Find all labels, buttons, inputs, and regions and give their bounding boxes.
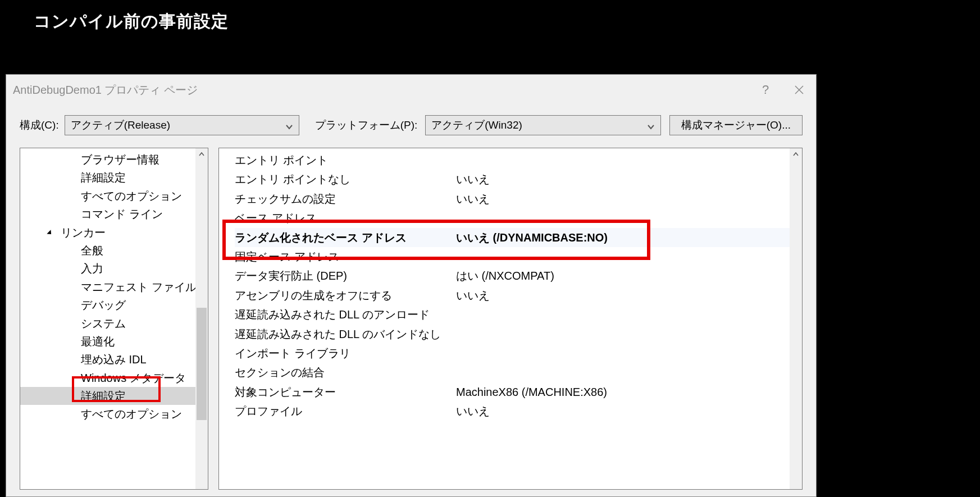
- tree-item[interactable]: 全般: [20, 241, 208, 259]
- property-row[interactable]: 対象コンピューターMachineX86 (/MACHINE:X86): [235, 382, 802, 402]
- property-label: 対象コンピューター: [235, 382, 456, 402]
- platform-label: プラットフォーム(P):: [315, 118, 418, 133]
- property-row[interactable]: ベース アドレス: [235, 208, 802, 227]
- property-row[interactable]: 遅延読み込みされた DLL のバインドなし: [235, 325, 802, 344]
- property-value: [456, 344, 802, 363]
- property-value: いいえ: [456, 286, 802, 305]
- property-row[interactable]: 遅延読み込みされた DLL のアンロード: [235, 305, 802, 324]
- property-value: いいえ: [456, 170, 802, 189]
- category-tree-panel: ブラウザー情報詳細設定すべてのオプションコマンド ラインリンカー全般入力マニフェ…: [20, 148, 208, 490]
- toolbar: 構成(C): アクティブ(Release) プラットフォーム(P): アクティブ…: [6, 105, 816, 148]
- tree-item[interactable]: コマンド ライン: [20, 205, 208, 223]
- property-row[interactable]: 固定ベース アドレス: [235, 247, 802, 266]
- property-label: プロファイル: [235, 402, 456, 421]
- property-row[interactable]: エントリ ポイント: [235, 151, 802, 170]
- configuration-value: アクティブ(Release): [71, 118, 170, 133]
- tree-item[interactable]: 最適化: [20, 332, 208, 350]
- tree-node-linker[interactable]: リンカー: [20, 224, 208, 241]
- property-row[interactable]: ランダム化されたベース アドレスいいえ (/DYNAMICBASE:NO): [235, 228, 802, 247]
- properties-panel: エントリ ポイントエントリ ポイントなしいいえチェックサムの設定いいえベース ア…: [218, 148, 803, 490]
- property-label: 遅延読み込みされた DLL のバインドなし: [235, 325, 456, 344]
- titlebar: AntiDebugDemo1 プロパティ ページ ?: [6, 75, 816, 105]
- configuration-label: 構成(C):: [20, 118, 59, 133]
- property-label: エントリ ポイントなし: [235, 170, 456, 189]
- tree-item[interactable]: システム: [20, 314, 208, 332]
- tree-item[interactable]: デバッグ: [20, 296, 208, 314]
- main-scrollbar[interactable]: [790, 148, 802, 489]
- configuration-manager-label: 構成マネージャー(O)...: [681, 118, 791, 133]
- chevron-down-icon: [285, 121, 293, 129]
- property-value: [456, 325, 802, 344]
- property-value: [456, 305, 802, 324]
- property-row[interactable]: インポート ライブラリ: [235, 344, 802, 363]
- property-value: [456, 247, 802, 266]
- tree-item[interactable]: Windows メタデータ: [20, 369, 208, 387]
- tree-item[interactable]: すべてのオプション: [20, 187, 208, 205]
- property-value: [456, 363, 802, 382]
- tree-scrollbar[interactable]: [195, 148, 208, 489]
- tree-item[interactable]: 入力: [20, 259, 208, 277]
- property-value: いいえ: [456, 189, 802, 208]
- tree-item[interactable]: マニフェスト ファイル: [20, 278, 208, 296]
- property-label: エントリ ポイント: [235, 151, 456, 170]
- property-page-dialog: AntiDebugDemo1 プロパティ ページ ? 構成(C): アクティブ(…: [6, 74, 817, 497]
- close-button[interactable]: [782, 75, 816, 105]
- property-value: [456, 151, 802, 170]
- property-label: データ実行防止 (DEP): [235, 266, 456, 285]
- property-value: はい (/NXCOMPAT): [456, 266, 802, 285]
- configuration-dropdown[interactable]: アクティブ(Release): [65, 115, 299, 135]
- configuration-manager-button[interactable]: 構成マネージャー(O)...: [669, 115, 803, 135]
- dialog-title: AntiDebugDemo1 プロパティ ページ: [13, 83, 198, 98]
- property-label: 固定ベース アドレス: [235, 247, 456, 266]
- property-label: アセンブリの生成をオフにする: [235, 286, 456, 305]
- property-label: 遅延読み込みされた DLL のアンロード: [235, 305, 456, 324]
- tree-item[interactable]: 詳細設定: [20, 387, 208, 405]
- property-value: [456, 208, 802, 227]
- property-row[interactable]: データ実行防止 (DEP)はい (/NXCOMPAT): [235, 266, 802, 285]
- content-area: ブラウザー情報詳細設定すべてのオプションコマンド ラインリンカー全般入力マニフェ…: [6, 148, 816, 495]
- tree-item[interactable]: 詳細設定: [20, 168, 208, 186]
- property-value: MachineX86 (/MACHINE:X86): [456, 382, 802, 402]
- property-row[interactable]: チェックサムの設定いいえ: [235, 189, 802, 208]
- property-value: いいえ (/DYNAMICBASE:NO): [456, 228, 802, 247]
- property-label: チェックサムの設定: [235, 189, 456, 208]
- property-row[interactable]: アセンブリの生成をオフにするいいえ: [235, 286, 802, 305]
- tree-item[interactable]: ブラウザー情報: [20, 151, 208, 168]
- scroll-up-icon[interactable]: [195, 148, 208, 161]
- property-label: ベース アドレス: [235, 208, 456, 227]
- property-label: セクションの結合: [235, 363, 456, 382]
- slide-title: コンパイル前の事前設定: [34, 10, 229, 33]
- help-button[interactable]: ?: [749, 75, 782, 105]
- chevron-down-icon: [647, 121, 655, 129]
- close-icon: [794, 85, 804, 95]
- property-label: インポート ライブラリ: [235, 344, 456, 363]
- property-row[interactable]: セクションの結合: [235, 363, 802, 382]
- property-row[interactable]: エントリ ポイントなしいいえ: [235, 170, 802, 189]
- titlebar-controls: ?: [749, 75, 816, 105]
- scroll-thumb[interactable]: [197, 308, 207, 420]
- property-label: ランダム化されたベース アドレス: [235, 228, 456, 247]
- scroll-up-icon[interactable]: [790, 148, 802, 161]
- property-row[interactable]: プロファイルいいえ: [235, 402, 802, 421]
- property-value: いいえ: [456, 402, 802, 421]
- platform-dropdown[interactable]: アクティブ(Win32): [425, 115, 661, 135]
- tree-item[interactable]: すべてのオプション: [20, 405, 208, 423]
- tree-item[interactable]: 埋め込み IDL: [20, 350, 208, 368]
- platform-value: アクティブ(Win32): [431, 118, 522, 133]
